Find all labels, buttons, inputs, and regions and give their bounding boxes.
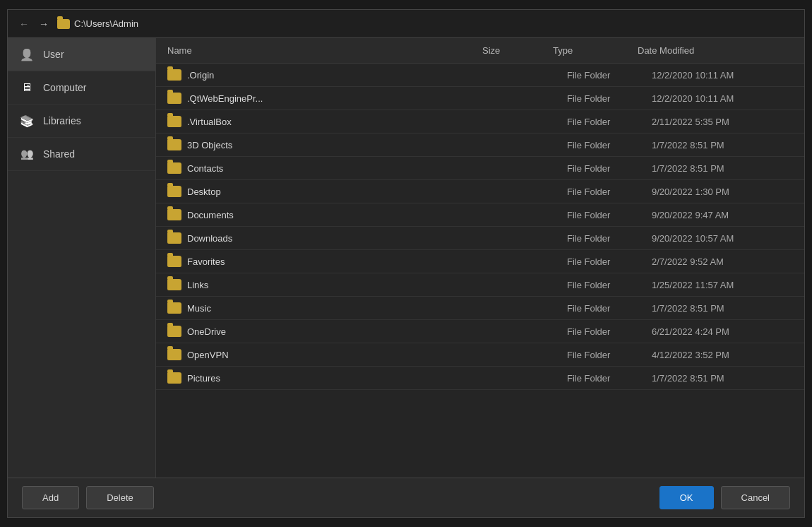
ok-button[interactable]: OK (659, 486, 714, 509)
file-type-cell: File Folder (567, 256, 652, 267)
table-row[interactable]: Contacts File Folder 1/7/2022 8:51 PM (156, 157, 804, 180)
path-folder-icon (57, 19, 70, 29)
file-name-text: Pictures (187, 373, 220, 384)
sidebar-label-user: User (43, 49, 64, 60)
back-button[interactable]: ← (16, 17, 32, 31)
file-name-cell: Documents (167, 209, 496, 220)
table-row[interactable]: .VirtualBox File Folder 2/11/2022 5:35 P… (156, 110, 804, 134)
file-name-text: Music (187, 303, 211, 314)
file-type-cell: File Folder (567, 233, 652, 244)
file-type-cell: File Folder (567, 350, 652, 360)
file-date-cell: 12/2/2020 10:11 AM (652, 70, 793, 81)
sidebar-label-computer: Computer (43, 82, 86, 93)
file-name-text: .VirtualBox (187, 117, 232, 127)
table-row[interactable]: Downloads File Folder 9/20/2022 10:57 AM (156, 227, 804, 250)
folder-icon (167, 93, 181, 104)
file-name-text: Favorites (187, 256, 225, 267)
table-row[interactable]: .Origin File Folder 12/2/2020 10:11 AM (156, 64, 804, 87)
file-name-text: Links (187, 280, 208, 290)
add-button[interactable]: Add (22, 486, 79, 509)
table-row[interactable]: OneDrive File Folder 6/21/2022 4:24 PM (156, 320, 804, 343)
file-name-cell: Music (167, 302, 496, 314)
file-name-cell: .Origin (167, 69, 496, 81)
file-date-cell: 1/7/2022 8:51 PM (652, 373, 793, 384)
nav-buttons: ← → (16, 17, 52, 31)
file-name-cell: Links (167, 279, 496, 290)
file-name-text: OpenVPN (187, 350, 229, 360)
file-date-cell: 1/7/2022 8:51 PM (652, 163, 793, 174)
file-date-cell: 1/7/2022 8:51 PM (652, 303, 793, 314)
computer-icon (19, 81, 35, 94)
folder-icon (167, 232, 181, 244)
file-type-cell: File Folder (567, 70, 652, 81)
folder-icon (167, 256, 181, 267)
file-name-cell: 3D Objects (167, 139, 496, 150)
col-header-size: Size (482, 44, 553, 57)
file-name-text: OneDrive (187, 326, 226, 337)
file-date-cell: 2/11/2022 5:35 PM (652, 117, 793, 127)
sidebar-item-libraries[interactable]: Libraries (8, 105, 155, 138)
file-name-cell: Contacts (167, 162, 496, 174)
file-date-cell: 9/20/2022 9:47 AM (652, 210, 793, 220)
delete-button[interactable]: Delete (86, 486, 154, 509)
table-row[interactable]: Favorites File Folder 2/7/2022 9:52 AM (156, 250, 804, 273)
file-type-cell: File Folder (567, 163, 652, 174)
file-type-cell: File Folder (567, 93, 652, 104)
cancel-button[interactable]: Cancel (721, 486, 790, 509)
folder-icon (167, 279, 181, 290)
table-row[interactable]: Documents File Folder 9/20/2022 9:47 AM (156, 203, 804, 227)
folder-icon (167, 186, 181, 197)
table-row[interactable]: Desktop File Folder 9/20/2022 1:30 PM (156, 180, 804, 203)
sidebar: User Computer Libraries Shared (8, 38, 156, 478)
forward-button[interactable]: → (36, 17, 52, 31)
file-type-cell: File Folder (567, 280, 652, 290)
folder-icon (167, 139, 181, 150)
column-headers: Name Size Type Date Modified (156, 38, 804, 64)
folder-icon (167, 372, 181, 384)
folder-icon (167, 116, 181, 127)
file-name-cell: Favorites (167, 256, 496, 267)
file-name-cell: .VirtualBox (167, 116, 496, 127)
path-text: C:\Users\Admin (74, 18, 138, 29)
user-icon (19, 48, 35, 61)
sidebar-item-shared[interactable]: Shared (8, 138, 155, 171)
shared-icon (19, 148, 35, 160)
file-name-text: Documents (187, 210, 234, 220)
file-type-cell: File Folder (567, 210, 652, 220)
bottom-left-buttons: Add Delete (22, 486, 154, 509)
file-date-cell: 1/25/2022 11:57 AM (652, 280, 793, 290)
file-name-text: Contacts (187, 163, 223, 174)
file-type-cell: File Folder (567, 326, 652, 337)
path-bar: C:\Users\Admin (57, 18, 138, 29)
file-list[interactable]: .Origin File Folder 12/2/2020 10:11 AM .… (156, 64, 804, 478)
file-name-cell: Pictures (167, 372, 496, 384)
folder-icon (167, 302, 181, 314)
file-name-text: Desktop (187, 186, 221, 197)
file-name-text: 3D Objects (187, 140, 232, 150)
file-type-cell: File Folder (567, 117, 652, 127)
table-row[interactable]: Links File Folder 1/25/2022 11:57 AM (156, 273, 804, 297)
sidebar-item-computer[interactable]: Computer (8, 71, 155, 105)
bottom-right-buttons: OK Cancel (659, 486, 790, 509)
bottom-bar: Add Delete OK Cancel (8, 478, 804, 517)
file-date-cell: 12/2/2020 10:11 AM (652, 93, 793, 104)
file-browser-dialog: ← → C:\Users\Admin User Computer Librari… (7, 9, 805, 518)
file-date-cell: 1/7/2022 8:51 PM (652, 140, 793, 150)
table-row[interactable]: Music File Folder 1/7/2022 8:51 PM (156, 297, 804, 320)
file-name-cell: .QtWebEnginePr... (167, 93, 496, 104)
folder-icon (167, 162, 181, 174)
file-name-cell: Desktop (167, 186, 496, 197)
sidebar-item-user[interactable]: User (8, 38, 155, 71)
scrollbar-placeholder (779, 44, 793, 57)
file-name-text: .QtWebEnginePr... (187, 93, 263, 104)
file-date-cell: 2/7/2022 9:52 AM (652, 256, 793, 267)
table-row[interactable]: 3D Objects File Folder 1/7/2022 8:51 PM (156, 134, 804, 157)
table-row[interactable]: OpenVPN File Folder 4/12/2022 3:52 PM (156, 343, 804, 367)
file-date-cell: 4/12/2022 3:52 PM (652, 350, 793, 360)
table-row[interactable]: .QtWebEnginePr... File Folder 12/2/2020 … (156, 87, 804, 110)
file-date-cell: 9/20/2022 1:30 PM (652, 186, 793, 197)
table-row[interactable]: Pictures File Folder 1/7/2022 8:51 PM (156, 367, 804, 390)
file-type-cell: File Folder (567, 186, 652, 197)
file-area: Name Size Type Date Modified .Origin Fil… (156, 38, 804, 478)
sidebar-label-shared: Shared (43, 148, 75, 160)
